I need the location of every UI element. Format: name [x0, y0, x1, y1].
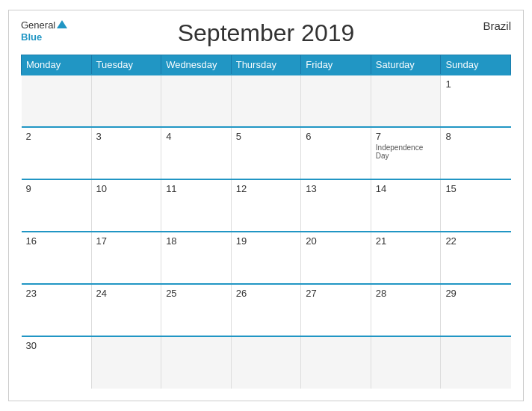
logo-triangle-icon	[57, 20, 67, 28]
calendar-day-cell	[231, 75, 301, 127]
calendar-day-cell: 16	[22, 232, 92, 284]
calendar-day-cell: 22	[441, 232, 511, 284]
day-number: 2	[26, 131, 87, 142]
day-number: 18	[166, 235, 226, 247]
calendar-day-cell: 28	[371, 284, 441, 336]
day-number: 9	[26, 183, 87, 194]
day-number: 5	[236, 131, 297, 142]
day-number: 15	[445, 183, 506, 194]
weekday-header: Tuesday	[91, 55, 161, 75]
calendar-day-cell	[441, 336, 511, 389]
weekday-header: Sunday	[441, 55, 511, 75]
day-number: 19	[236, 235, 297, 247]
calendar-day-cell: 26	[231, 284, 301, 336]
calendar-week-row: 30	[22, 336, 511, 389]
calendar-week-row: 16171819202122	[22, 232, 511, 284]
calendar-week-row: 1	[22, 75, 511, 127]
calendar-day-cell: 8	[441, 127, 511, 179]
calendar-day-cell: 10	[91, 179, 161, 232]
day-number: 3	[96, 131, 157, 142]
logo-general-text: General	[21, 19, 55, 31]
calendar-day-cell: 17	[91, 232, 161, 284]
calendar-day-cell	[91, 336, 161, 389]
day-number: 24	[96, 288, 157, 299]
calendar-day-cell: 20	[301, 232, 371, 284]
day-number: 4	[166, 131, 226, 142]
calendar-day-cell: 6	[301, 127, 371, 179]
calendar-day-cell	[22, 75, 92, 127]
calendar-day-cell	[371, 75, 441, 127]
calendar-week-row: 23242526272829	[22, 284, 511, 336]
calendar-day-cell	[161, 75, 232, 127]
calendar-day-cell: 12	[231, 179, 301, 232]
day-number: 22	[445, 235, 506, 247]
calendar-day-cell	[161, 336, 232, 389]
day-number: 17	[96, 235, 157, 247]
weekday-header: Wednesday	[161, 55, 232, 75]
calendar-day-cell: 11	[161, 179, 232, 232]
calendar-day-cell: 5	[231, 127, 301, 179]
calendar-day-cell: 2	[22, 127, 92, 179]
calendar-day-cell: 13	[301, 179, 371, 232]
calendar-day-cell	[301, 75, 371, 127]
day-number: 11	[166, 183, 226, 194]
day-number: 6	[306, 131, 366, 142]
day-number: 29	[445, 288, 506, 299]
calendar-day-cell: 29	[441, 284, 511, 336]
calendar-week-row: 9101112131415	[22, 179, 511, 232]
calendar-day-cell: 19	[231, 232, 301, 284]
weekday-header: Thursday	[231, 55, 301, 75]
country-label: Brazil	[483, 19, 511, 32]
calendar-title: September 2019	[178, 19, 355, 47]
day-number: 14	[376, 183, 436, 194]
calendar-day-cell	[231, 336, 301, 389]
calendar-day-cell	[91, 75, 161, 127]
calendar-day-cell: 21	[371, 232, 441, 284]
calendar-day-cell: 3	[91, 127, 161, 179]
calendar-day-cell: 15	[441, 179, 511, 232]
weekday-header: Saturday	[371, 55, 441, 75]
calendar-day-cell	[371, 336, 441, 389]
day-number: 10	[96, 183, 157, 194]
weekday-header-row: MondayTuesdayWednesdayThursdayFridaySatu…	[22, 55, 511, 75]
calendar: General Blue September 2019 Brazil Monda…	[8, 10, 524, 401]
day-number: 26	[236, 288, 297, 299]
day-number: 30	[26, 340, 87, 351]
day-number: 23	[26, 288, 87, 299]
logo-blue-text: Blue	[21, 31, 42, 43]
day-number: 27	[306, 288, 366, 299]
calendar-day-cell: 7Independence Day	[371, 127, 441, 179]
calendar-day-cell: 24	[91, 284, 161, 336]
calendar-day-cell: 25	[161, 284, 232, 336]
day-number: 28	[376, 288, 436, 299]
calendar-day-cell: 9	[22, 179, 92, 232]
day-number: 7	[376, 131, 436, 142]
day-number: 8	[445, 131, 506, 142]
calendar-day-cell: 4	[161, 127, 232, 179]
calendar-day-cell: 27	[301, 284, 371, 336]
calendar-day-cell: 14	[371, 179, 441, 232]
day-number: 16	[26, 235, 87, 247]
calendar-day-cell: 30	[22, 336, 92, 389]
day-number: 25	[166, 288, 226, 299]
calendar-week-row: 234567Independence Day8	[22, 127, 511, 179]
day-number: 13	[306, 183, 366, 194]
day-number: 12	[236, 183, 297, 194]
logo: General Blue	[21, 19, 67, 43]
calendar-table: MondayTuesdayWednesdayThursdayFridaySatu…	[21, 55, 511, 389]
calendar-day-cell	[301, 336, 371, 389]
holiday-label: Independence Day	[376, 143, 436, 160]
weekday-header: Friday	[301, 55, 371, 75]
calendar-day-cell: 23	[22, 284, 92, 336]
day-number: 20	[306, 235, 366, 247]
day-number: 21	[376, 235, 436, 247]
calendar-day-cell: 1	[441, 75, 511, 127]
day-number: 1	[445, 78, 506, 90]
calendar-day-cell: 18	[161, 232, 232, 284]
calendar-header: General Blue September 2019 Brazil	[21, 19, 511, 47]
weekday-header: Monday	[22, 55, 92, 75]
